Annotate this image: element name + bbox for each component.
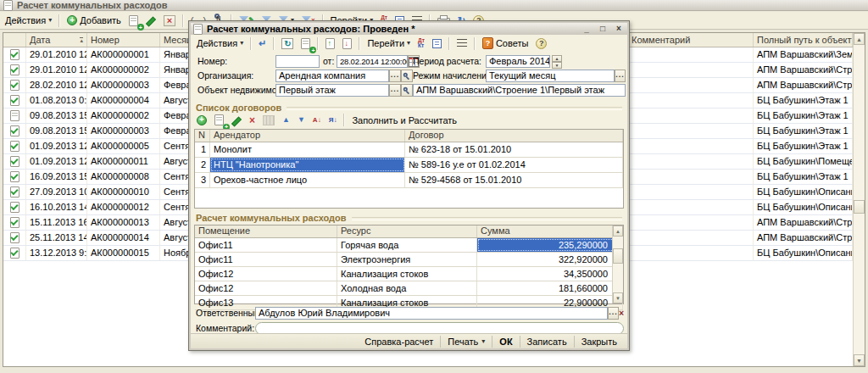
cell-path[interactable]: БЦ Бабушкин\Этаж 1 [754,109,853,123]
cell-date[interactable]: 28.02.2010 12:00:00 [26,78,87,92]
cell-room[interactable]: Офис12 [195,281,337,295]
help-calc-button[interactable]: Справка-расчет [358,336,440,348]
column-header-n[interactable]: N [195,130,210,142]
object-input[interactable]: Первый этаж [275,84,389,97]
cell-path[interactable]: БЦ Бабушкин\Этаж 1 [754,124,853,138]
cell-comment[interactable] [628,93,754,108]
minimize-button[interactable]: _ [581,24,593,34]
cell-path[interactable]: АПМ Варшавский\Строен... [754,63,853,77]
help-button[interactable] [533,36,549,51]
calc-row[interactable]: Офис12Холодная вода181,660000 [195,281,623,296]
cell-path[interactable]: БЦ Бабушкин\Этаж 1 [754,170,853,184]
cell-date[interactable]: 09.08.2013 15:46:51 [26,124,87,138]
reread-button[interactable] [279,36,296,51]
cell-comment[interactable] [628,63,754,77]
contract-row[interactable]: 1Монолит№ 623-18 от 15.01.2010 [195,142,623,158]
cell-path[interactable]: АПМ Варшавский\Строен... [754,215,853,230]
scroll-thumb[interactable] [613,248,623,264]
cell-tenant[interactable]: Орехов-частное лицо [210,173,405,187]
copy-button[interactable] [298,36,313,51]
cell-comment[interactable] [628,246,754,260]
cell-room[interactable]: Офис12 [195,267,337,281]
spin-down-icon[interactable]: ▼ [552,62,562,69]
cell-path[interactable]: БЦ Бабушкин\Помещения... [754,154,853,169]
responsible-clear-button[interactable]: × [619,307,624,320]
column-header-contract[interactable]: Договор [405,130,623,142]
structure-button[interactable] [454,36,470,51]
cell-amount[interactable]: 235,290000 [477,238,623,252]
copy-row-button[interactable] [212,113,226,128]
cell-date[interactable]: 16.09.2013 15:05:23 [26,170,87,184]
column-header-amount[interactable]: Сумма [477,225,623,237]
period-input[interactable]: Февраль 2014 [486,55,550,68]
cell-number[interactable]: АК000000001 [87,47,160,62]
cell-resource[interactable]: Электроэнергия [337,253,477,266]
cell-number[interactable]: АК000000002 [87,109,160,123]
save-button[interactable]: Записать [520,336,574,348]
ok-button[interactable]: ОК [492,336,519,348]
cell-number[interactable]: АК000000005 [87,139,160,153]
cell-number[interactable]: АК000000010 [87,185,160,199]
post-close-button[interactable]: ↵ [256,36,269,51]
calc-row[interactable]: Офис11Горячая вода235,290000 [195,238,623,253]
column-header-room[interactable]: Помещение [195,225,337,237]
cell-number[interactable]: АК000000008 [87,170,160,184]
cell-room[interactable]: Офис11 [195,238,337,252]
delete-button[interactable]: × [161,13,178,28]
cell-path[interactable]: БЦ Бабушкин\Этаж 1 [754,139,853,153]
move-down-button[interactable]: ▼ [295,113,308,128]
cell-room[interactable]: Офис11 [195,253,337,266]
cell-date[interactable]: 13.12.2013 9:59:02 [26,246,87,260]
end-edit-button[interactable] [260,113,277,128]
cell-number[interactable]: АК000000013 [87,215,160,230]
object-find-button[interactable] [401,84,413,97]
cell-resource[interactable]: Холодная вода [337,281,477,295]
copy-button[interactable] [126,13,141,28]
calc-row[interactable]: Офис11Электроэнергия322,920000 [195,253,623,267]
close-dialog-button[interactable]: Закрыть [574,336,624,348]
cell-path[interactable]: АПМ Варшавский\Строен... [754,231,853,245]
calc-row[interactable]: Офис12Канализация стоков34,350000 [195,267,623,281]
cell-resource[interactable]: Горячая вода [337,238,477,252]
unpost-button[interactable]: ↓ [340,36,354,51]
column-header-date[interactable]: Дата ▴ [26,33,87,47]
advice-button[interactable]: Советы [480,36,531,51]
list-vertical-scrollbar[interactable]: ▲ ▼ [853,33,865,366]
cell-number[interactable]: АК000000004 [87,93,160,108]
cell-date[interactable]: 15.11.2013 16:13:29 [26,215,87,230]
cell-comment[interactable] [628,215,754,230]
object-select-button[interactable]: ... [389,84,401,97]
organization-input[interactable]: Арендная компания [275,70,389,82]
edit-row-button[interactable] [229,113,244,128]
reports-button[interactable] [430,36,444,51]
cell-number[interactable]: АК000000012 [87,200,160,214]
scroll-thumb[interactable] [854,200,865,214]
cell-amount[interactable]: 322,920000 [477,253,623,266]
maximize-button[interactable]: □ [597,24,609,34]
scroll-up-button[interactable]: ▲ [613,225,623,237]
actions-menu-button[interactable]: Действия ▾ [3,13,54,28]
scroll-down-button[interactable]: ▼ [613,292,623,303]
sort-desc-button[interactable]: Я↓ [326,113,340,128]
add-button[interactable]: Добавить [64,13,124,28]
cell-comment[interactable] [628,170,754,184]
fill-calculate-button[interactable]: Заполнить и Рассчитать [349,113,459,128]
cell-date[interactable]: 27.09.2013 10:53:11 [26,185,87,199]
cell-tenant[interactable]: НТЦ "Нанотроника" [210,158,405,172]
cell-number[interactable]: АК000000015 [87,246,160,260]
go-menu-button[interactable]: Перейти ▾ [364,36,413,51]
calc-vertical-scrollbar[interactable]: ▲ ▼ [612,225,623,303]
edit-button[interactable] [143,13,159,28]
contract-row[interactable]: 3Орехов-частное лицо№ 529-4568 от 15.01.… [195,173,623,188]
column-header-number[interactable]: Номер [87,33,160,47]
cell-date[interactable]: 29.01.2010 12:00:01 [26,63,87,77]
sort-asc-button[interactable]: А↓ [310,113,324,128]
mode-input[interactable]: Текущий месяц [486,70,615,82]
cell-n[interactable]: 2 [195,158,210,172]
cell-comment[interactable] [628,231,754,245]
scroll-up-button[interactable]: ▲ [854,33,865,45]
cell-comment[interactable] [628,47,754,62]
cell-amount[interactable]: 181,660000 [477,281,623,295]
cell-comment[interactable] [628,154,754,169]
cell-comment[interactable] [628,139,754,153]
